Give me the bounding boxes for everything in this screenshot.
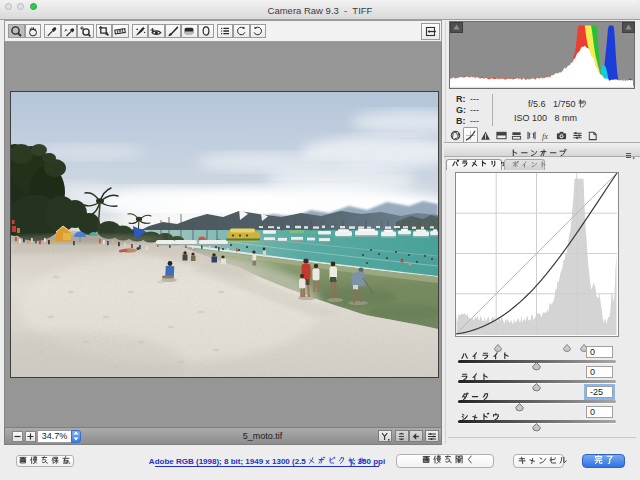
svg-text:fx: fx bbox=[542, 131, 548, 140]
